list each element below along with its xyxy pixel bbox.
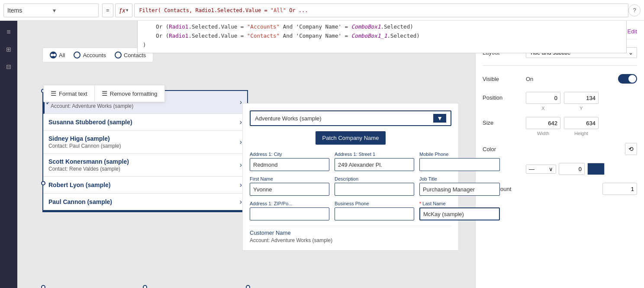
list-item[interactable]: Sidney Higa (sample) Contact: Paul Canno…	[43, 131, 247, 154]
edit-link[interactable]: Edit	[628, 28, 637, 35]
list-item-title: Paul Cannon (sample)	[48, 198, 236, 205]
field-input-zip[interactable]	[250, 207, 329, 220]
visible-on-label: On	[526, 76, 533, 82]
selection-handle-bl[interactable]	[41, 285, 45, 288]
formula-bar[interactable]: Filter( Contacts, Radio1.Selected.Value …	[134, 3, 628, 17]
items-chevron-icon: ▾	[53, 7, 95, 14]
field-input-last-name[interactable]	[419, 207, 500, 220]
list-item[interactable]: Susanna Stubberod (sample) ›	[43, 114, 247, 131]
field-input-description[interactable]	[335, 183, 414, 196]
equals-button[interactable]: =	[102, 3, 113, 17]
company-dropdown-arrow-icon: ▼	[433, 114, 446, 123]
field-label-description: Description	[335, 176, 414, 181]
field-input-business-phone[interactable]	[335, 207, 414, 220]
company-dropdown-value: Adventure Works (sample)	[255, 115, 322, 122]
toggle-knob	[628, 75, 636, 83]
field-input-address-street[interactable]	[335, 158, 414, 171]
field-label-address-city: Address 1: City	[250, 152, 329, 157]
visible-toggle[interactable]	[618, 74, 637, 84]
top-bar: Items ▾ = ƒx ▾ Filter( Contacts, Radio1.…	[0, 0, 644, 21]
fx-button[interactable]: ƒx ▾	[115, 3, 133, 17]
form-fields: Address 1: City Address 1: Street 1 Mobi…	[250, 152, 451, 220]
size-width-input[interactable]	[526, 117, 560, 129]
list-item-content: Paul Cannon (sample)	[48, 198, 236, 205]
list-item-chevron-icon: ›	[240, 138, 242, 146]
field-input-address-city[interactable]	[250, 158, 329, 171]
field-input-mobile-phone[interactable]	[419, 158, 500, 171]
format-text-label: Format text	[59, 91, 87, 97]
list-item-subtitle: Contact: Paul Cannon (sample)	[48, 143, 236, 149]
border-color-swatch[interactable]	[587, 163, 605, 175]
list-item-content: Susanna Stubberod (sample)	[48, 119, 236, 126]
layers-icon[interactable]: ⊞	[1, 42, 16, 57]
hamburger-menu-icon[interactable]: ≡	[1, 24, 16, 40]
color-swatch[interactable]: ⟲	[625, 143, 637, 155]
size-labels-pair: Width Height	[526, 131, 599, 136]
border-row: Border — ∨	[483, 162, 637, 176]
items-title: Items	[7, 7, 49, 14]
border-value-input[interactable]	[559, 163, 585, 175]
format-toolbar: ☰ Format text ☰ Remove formatting	[43, 85, 165, 102]
size-row: Size Width Height	[483, 117, 637, 136]
radio-accounts[interactable]: Accounts	[74, 52, 106, 58]
position-inputs: X Y	[526, 92, 599, 111]
selection-handle-br[interactable]	[246, 285, 250, 288]
remove-formatting-button[interactable]: ☰ Remove formatting	[95, 85, 164, 102]
border-chevron-icon: ∨	[549, 166, 553, 172]
format-text-button[interactable]: ☰ Format text	[44, 85, 95, 102]
selection-handle-ml[interactable]	[41, 181, 45, 185]
position-x-input[interactable]	[526, 92, 560, 104]
patch-button[interactable]: Patch Company Name	[316, 131, 386, 145]
help-button[interactable]: ?	[628, 4, 641, 16]
selection-handle-bm[interactable]	[143, 285, 147, 288]
list-item-subtitle: Contact: Rene Valdes (sample)	[48, 166, 236, 172]
position-input-pair	[526, 92, 599, 104]
field-label-zip: Address 1: ZIP/Po...	[250, 201, 329, 206]
wrap-count-input[interactable]	[602, 183, 637, 195]
position-y-label: Y	[564, 106, 599, 111]
field-label-address-street: Address 1: Street 1	[335, 152, 414, 157]
field-group-business-phone: Business Phone	[335, 201, 414, 220]
format-text-icon: ☰	[51, 90, 56, 97]
patch-button-label: Patch Company Name	[322, 135, 379, 141]
top-bar-right: ?	[628, 4, 641, 16]
list-item-title: Sidney Higa (sample)	[48, 135, 236, 142]
position-labels-pair: X Y	[526, 106, 599, 111]
position-label: Position	[483, 92, 526, 101]
list-item-chevron-icon: ›	[240, 198, 242, 206]
border-style-dropdown[interactable]: — ∨	[526, 165, 556, 174]
list-item-content: Sidney Higa (sample) Contact: Paul Canno…	[48, 135, 236, 149]
size-label: Size	[483, 117, 526, 126]
customer-section: Customer Name Account: Adventure Works (…	[250, 226, 451, 243]
company-dropdown[interactable]: Adventure Works (sample) ▼	[250, 110, 451, 126]
radio-accounts-circle	[74, 52, 80, 58]
position-y-input[interactable]	[564, 92, 599, 104]
field-group-last-name: Last Name	[419, 201, 500, 220]
size-height-input[interactable]	[564, 117, 599, 129]
field-group-job-title: Job Title	[419, 176, 500, 196]
list-item[interactable]: Robert Lyon (sample) ›	[43, 177, 247, 194]
position-x-label: X	[526, 106, 560, 111]
formula-line5: )	[143, 40, 621, 49]
list-item-content: Scott Konersmann (sample) Contact: Rene …	[48, 158, 236, 172]
main-area: ☰ Format text ☰ Remove formatting All Ac…	[17, 21, 644, 288]
position-row: Position X Y	[483, 92, 637, 111]
size-width-label: Width	[526, 131, 560, 136]
formula-line3: Or (Radio1.Selected.Value = "Accounts" A…	[143, 22, 621, 31]
list-bottom-border	[43, 210, 247, 211]
list-item-chevron-icon: ›	[240, 98, 242, 106]
field-input-first-name[interactable]	[250, 183, 329, 196]
field-input-job-title[interactable]	[419, 183, 500, 196]
radio-all[interactable]: All	[50, 52, 65, 58]
field-label-business-phone: Business Phone	[335, 201, 414, 206]
items-dropdown[interactable]: Items ▾	[3, 3, 99, 17]
formula-line4: Or (Radio1.Selected.Value = "Contacts" A…	[143, 31, 621, 40]
list-item-title: Susanna Stubberod (sample)	[48, 119, 236, 126]
fx-icon: ƒx	[119, 7, 126, 14]
equals-icon: =	[106, 7, 109, 13]
list-item[interactable]: Paul Cannon (sample) ›	[43, 194, 247, 210]
dashboard-icon[interactable]: ⊟	[1, 59, 16, 74]
radio-bar: All Accounts Contacts	[42, 48, 153, 62]
layout-chevron-icon: ⌄	[628, 49, 633, 56]
list-item[interactable]: Scott Konersmann (sample) Contact: Rene …	[43, 154, 247, 177]
